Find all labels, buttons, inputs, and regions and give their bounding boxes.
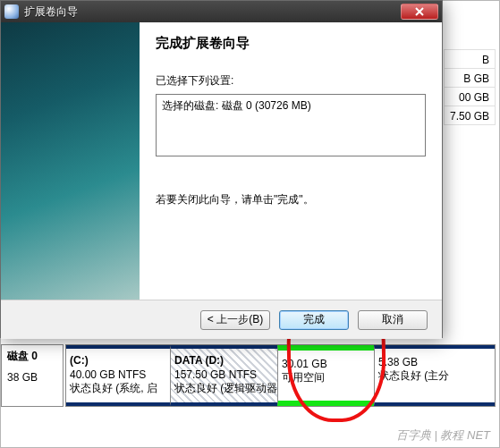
partition-status: 状态良好 (主分	[378, 368, 491, 384]
partition-status: 状态良好 (系统, 启	[70, 381, 166, 396]
partition-title: (C:)	[70, 354, 166, 367]
partition-size: 40.00 GB NTFS	[70, 368, 166, 381]
selected-settings-label: 已选择下列设置:	[156, 73, 426, 89]
partition-status: 可用空间	[282, 370, 370, 385]
partition-d[interactable]: DATA (D:) 157.50 GB NTFS 状态良好 (逻辑驱动器	[170, 345, 277, 406]
selected-settings-box[interactable]: 选择的磁盘: 磁盘 0 (30726 MB)	[156, 94, 426, 156]
watermark-text: 百字典 | 教程 NET	[396, 427, 490, 444]
partition-size: 30.01 GB	[282, 358, 370, 370]
wizard-content: 完成扩展卷向导 已选择下列设置: 选择的磁盘: 磁盘 0 (30726 MB) …	[140, 22, 442, 300]
partition-title: DATA (D:)	[174, 354, 274, 367]
partition-size: 5.38 GB	[378, 356, 491, 368]
cancel-button[interactable]: 取消	[358, 310, 428, 330]
wizard-hint: 若要关闭此向导，请单击"完成"。	[156, 192, 426, 207]
disk-size: 38 GB	[7, 371, 57, 384]
partition-status: 状态良好 (逻辑驱动器	[174, 381, 274, 396]
dialog-body: 完成扩展卷向导 已选择下列设置: 选择的磁盘: 磁盘 0 (30726 MB) …	[1, 22, 442, 300]
partition-size: 157.50 GB NTFS	[174, 368, 274, 381]
close-icon	[415, 7, 424, 16]
disk-layout-row: 磁盘 0 38 GB (C:) 40.00 GB NTFS 状态良好 (系统, …	[1, 344, 496, 407]
wizard-heading: 完成扩展卷向导	[156, 35, 426, 52]
app-icon	[4, 4, 19, 19]
list-cell: 00 GB	[444, 87, 496, 106]
partition-strip: (C:) 40.00 GB NTFS 状态良好 (系统, 启 DATA (D:)…	[65, 344, 496, 407]
extend-volume-wizard-dialog: 扩展卷向导 完成扩展卷向导 已选择下列设置: 选择的磁盘: 磁盘 0 (3072…	[0, 0, 443, 338]
list-cell: B	[444, 49, 496, 69]
disk-header[interactable]: 磁盘 0 38 GB	[1, 344, 64, 407]
list-cell: B GB	[444, 68, 496, 88]
dialog-button-row: < 上一步(B) 完成 取消	[1, 300, 442, 339]
partition-last[interactable]: 5.38 GB 状态良好 (主分	[374, 345, 495, 406]
close-button[interactable]	[401, 4, 438, 20]
wizard-side-image	[1, 22, 140, 300]
finish-button[interactable]: 完成	[279, 310, 349, 330]
dialog-titlebar[interactable]: 扩展卷向导	[1, 1, 442, 22]
disk-number: 磁盘 0	[7, 349, 57, 364]
back-button[interactable]: < 上一步(B)	[200, 310, 270, 330]
partition-free-space[interactable]: 30.01 GB 可用空间	[277, 345, 374, 406]
volume-list-fragment: B B GB 00 GB 7.50 GB	[444, 49, 496, 124]
dialog-title: 扩展卷向导	[24, 4, 399, 20]
list-cell: 7.50 GB	[444, 106, 496, 125]
partition-c[interactable]: (C:) 40.00 GB NTFS 状态良好 (系统, 启	[66, 345, 170, 406]
selected-settings-text: 选择的磁盘: 磁盘 0 (30726 MB)	[162, 99, 311, 112]
